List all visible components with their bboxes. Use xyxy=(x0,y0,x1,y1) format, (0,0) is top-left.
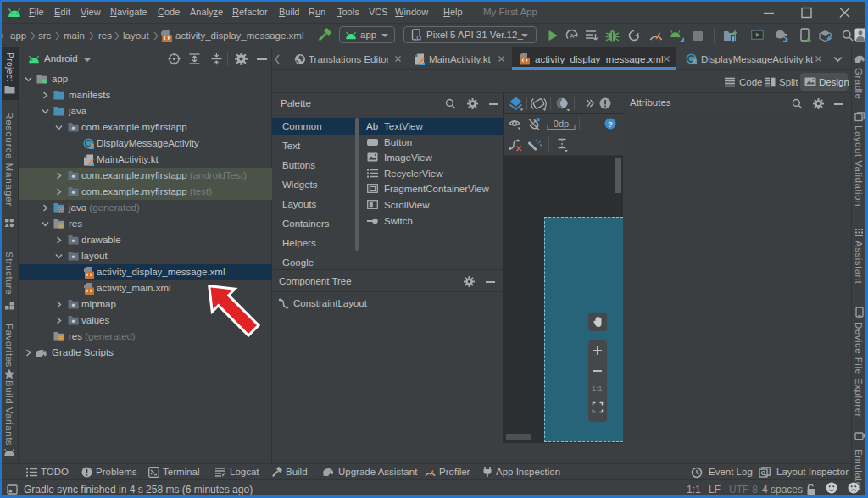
svg-text:?: ? xyxy=(608,119,613,129)
svg-text:A: A xyxy=(570,32,575,40)
svg-text:0dp: 0dp xyxy=(554,119,569,129)
